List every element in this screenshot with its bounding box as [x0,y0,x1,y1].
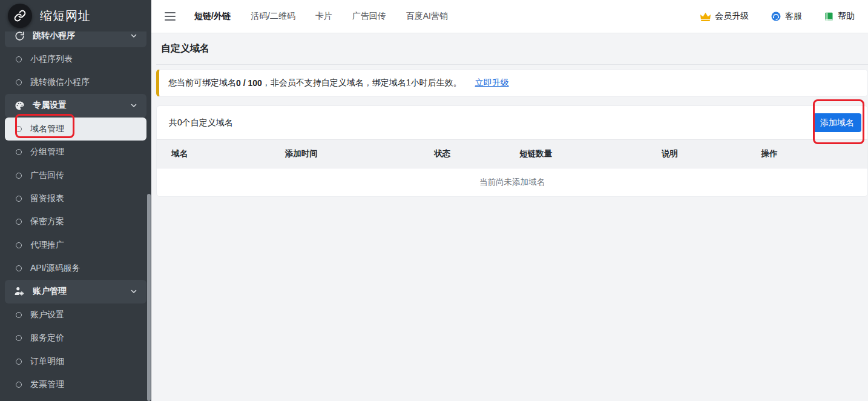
chevron-down-icon [130,102,138,110]
sidebar-section-account-management[interactable]: 账户管理 [5,280,146,303]
customer-service-button[interactable]: 客服 [771,11,802,22]
tab-short-link[interactable]: 短链/外链 [194,11,231,22]
member-upgrade-button[interactable]: 会员升级 [700,11,749,22]
circle-bullet-icon [16,265,22,271]
quota-notice-bar: 您当前可绑定域名0 / 100，非会员不支持自定义域名，绑定域名1小时后生效。 … [156,69,868,97]
sidebar-item-ad-callback[interactable]: 广告回传 [0,164,151,187]
tab-ad-callback[interactable]: 广告回传 [352,11,386,22]
notice-text-suffix: ，非会员不支持自定义域名，绑定域名1小时后生效。 [262,78,462,88]
sidebar-item-label: 跳转小程序 [33,30,130,41]
sidebar-scrollbar[interactable] [147,194,151,401]
tab-live-code[interactable]: 活码/二维码 [251,11,295,22]
circle-bullet-icon [16,382,22,388]
sidebar-item-service-pricing[interactable]: 服务定价 [0,326,151,350]
circle-bullet-icon [16,126,22,132]
topnav-tabs: 短链/外链活码/二维码卡片广告回传百度AI营销 [194,11,448,22]
chevron-down-icon [130,32,138,40]
circle-bullet-icon [16,79,22,85]
top-navigation: 短链/外链活码/二维码卡片广告回传百度AI营销 会员升级客服帮助 [151,0,868,33]
column-header-2: 添加时间 [271,140,420,168]
circle-bullet-icon [16,56,22,62]
sidebar-item-label: 代理推广 [30,240,151,251]
sidebar-item-label: 留资报表 [30,193,151,204]
sidebar-item-label: 保密方案 [30,216,151,227]
sidebar-item-label: 跳转微信小程序 [30,77,151,88]
table-toolbar: 共0个自定义域名 添加域名 [157,106,867,139]
sidebar-item-label: 账户管理 [33,286,130,297]
sidebar-item-domain-management[interactable]: 域名管理 [5,118,146,141]
menu-toggle-icon[interactable] [165,12,176,21]
sidebar-item-agent-promotion[interactable]: 代理推广 [0,234,151,257]
app-logo[interactable]: 缩短网址 [0,0,151,31]
action-label: 帮助 [838,11,855,22]
help-button[interactable]: 帮助 [824,11,855,22]
circle-bullet-icon [16,219,22,225]
column-header-1: 域名 [157,140,271,168]
column-header-3: 状态 [419,140,505,168]
action-label: 客服 [785,11,802,22]
domain-table: 域名添加时间状态短链数量说明操作 当前尚未添加域名 [157,139,867,196]
app-title: 缩短网址 [40,8,91,24]
sidebar-item-jump-wechat-miniprogram[interactable]: 跳转微信小程序 [0,71,151,94]
main-content: 自定义域名 您当前可绑定域名0 / 100，非会员不支持自定义域名，绑定域名1小… [151,33,868,401]
notice-quota: 0 / 100 [236,78,262,88]
tab-card[interactable]: 卡片 [315,11,332,22]
sidebar-item-invoice-management[interactable]: 发票管理 [0,373,151,396]
page-title: 自定义域名 [161,42,209,55]
circle-bullet-icon [16,242,22,248]
headset-support-icon [771,11,781,22]
sidebar: 跳转小程序小程序列表跳转微信小程序专属设置域名管理分组管理广告回传留资报表保密方… [0,0,151,401]
circle-bullet-icon [16,359,22,365]
sidebar-item-account-settings[interactable]: 账户设置 [0,303,151,326]
action-label: 会员升级 [715,11,749,22]
upgrade-now-link[interactable]: 立即升级 [475,78,509,88]
domain-table-card: 共0个自定义域名 添加域名 域名添加时间状态短链数量说明操作 当前尚未添加域名 [156,105,868,197]
tab-baidu-ai[interactable]: 百度AI营销 [406,11,448,22]
sidebar-item-api-source-service[interactable]: API/源码服务 [0,257,151,280]
notice-text-prefix: 您当前可绑定域名 [168,78,236,88]
sidebar-item-miniprogram-list[interactable]: 小程序列表 [0,47,151,70]
palette-icon [14,100,25,111]
title-bar: 自定义域名 [156,33,868,65]
sidebar-item-group-management[interactable]: 分组管理 [0,141,151,164]
circle-bullet-icon [16,312,22,318]
add-domain-button[interactable]: 添加域名 [813,113,861,132]
sidebar-item-label: 发票管理 [30,379,151,390]
sidebar-item-lead-report[interactable]: 留资报表 [0,187,151,210]
sidebar-section-exclusive-settings[interactable]: 专属设置 [5,94,146,117]
link-icon [8,4,32,28]
empty-state-text: 当前尚未添加域名 [157,168,867,197]
sidebar-item-label: 域名管理 [30,124,146,134]
table-header-row: 域名添加时间状态短链数量说明操作 [157,140,867,168]
circle-bullet-icon [16,335,22,341]
sidebar-item-label: 小程序列表 [30,54,151,65]
column-header-4: 短链数量 [505,140,647,168]
refresh-arrow-icon [14,30,25,41]
sidebar-item-label: 订单明细 [30,356,151,367]
column-header-6: 操作 [746,140,867,168]
circle-bullet-icon [16,173,22,179]
sidebar-item-label: API/源码服务 [30,263,151,274]
user-gear-icon [14,286,25,297]
column-header-5: 说明 [647,140,746,168]
sidebar-item-label: 账户设置 [30,310,151,320]
sidebar-item-label: 专属设置 [33,100,130,111]
crown-icon [700,11,711,22]
circle-bullet-icon [16,196,22,202]
sidebar-item-privacy-plan[interactable]: 保密方案 [0,210,151,233]
sidebar-item-label: 广告回传 [30,170,151,181]
sidebar-menu: 跳转小程序小程序列表跳转微信小程序专属设置域名管理分组管理广告回传留资报表保密方… [0,24,151,396]
sidebar-item-label: 服务定价 [30,333,151,343]
table-empty-row: 当前尚未添加域名 [157,168,867,197]
topnav-actions: 会员升级客服帮助 [700,11,855,22]
sidebar-item-order-details[interactable]: 订单明细 [0,350,151,373]
sidebar-item-label: 分组管理 [30,147,151,157]
circle-bullet-icon [16,149,22,155]
help-book-icon [824,12,834,22]
chevron-down-icon [130,288,138,296]
domain-count-summary: 共0个自定义域名 [169,118,233,128]
